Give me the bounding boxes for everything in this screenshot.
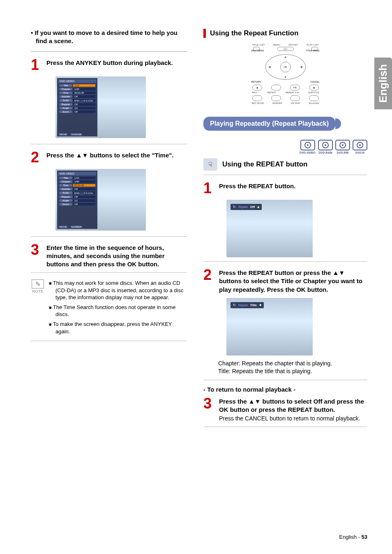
remote-label: DISC MENU [251,49,264,52]
step-3: 3 Enter the time in the sequence of hour… [31,242,187,269]
section-header: Using the Repeat Function [203,29,367,38]
osd-angle-label: Angle [59,107,72,109]
disc-label: DVD-VIDEO [300,151,316,154]
remote-label: SUBTITLE [308,91,319,94]
repeat-screenshot-off: ↻ Repeat Off ◆ [226,200,313,257]
language-tab: English [374,58,392,109]
note-block: ✎ NOTE This may not work for some discs.… [31,279,187,337]
disc-icon [335,140,350,150]
osd-audio-value: ENG ▢ D 5.1CH [73,192,95,194]
osd-time-value: 00:01:45 [73,92,95,94]
osd-audio-value: ENG ▢ D 5.1CH [73,99,95,102]
remote-button [271,85,281,90]
osd-screenshot-1: DVD-VIDEO Title1/10 Chapter1/40 Time00:0… [55,76,146,138]
remote-diagram: TITLE LIST MENU ANYKEY PLAY LIST ▯▯▯ DIS… [251,44,321,109]
osd-angle-value: 1/1 [73,107,95,109]
osd-zoom-value: Off [73,203,95,205]
disc-icon [353,140,367,150]
repeat-bar-label: Repeat [238,205,248,208]
step-number: 2 [31,150,42,165]
osd-subtitle-label: Subtitle [59,188,72,190]
remote-button [309,95,319,101]
disc-label: DVD-RAM [318,151,332,154]
repeat-bar-arrows: ◆ [257,205,259,209]
subsection-title: Playing Repeatedly (Repeat Playback) [203,117,335,131]
divider [31,51,187,52]
page-footer: English - 53 [339,534,367,540]
osd-time-value: 00:01:45 [73,184,95,187]
osd-subtitle-value: Off [73,188,95,190]
osd-chapter-value: 1/40 [73,88,95,90]
divider [31,144,187,144]
osd-title-label: Title [59,84,72,87]
remote-ok-button: OK [280,62,291,72]
remote-label: CANCEL [310,81,319,83]
divider [31,341,187,341]
divider [203,261,367,262]
step-2-desc-title: Title: Repeats the title that is playing… [218,367,367,376]
remote-label: INFO. [252,91,258,94]
divider [203,380,367,380]
osd-repeat-value: Off [73,103,95,106]
svg-point-5 [325,144,326,146]
note-label: NOTE [31,289,45,293]
subheading: ☟ Using the REPEAT button [203,158,367,171]
up-arrow-icon: ▲ [284,55,287,58]
osd-repeat-label: Repeat [59,196,72,198]
repeat-bar-arrows: ◆ [259,303,261,307]
osd-zoom-label: Zoom [59,111,72,113]
remote-button: ◉ [252,85,262,90]
repeat-bar-value: Off [250,205,255,209]
step-number: 1 [203,181,215,196]
step-2: 2 Press the ▲▼ buttons to select the "Ti… [31,150,187,165]
disc-icon [318,140,333,150]
step-number: 1 [31,58,42,72]
step-2-desc-chapter: Chapter: Repeats the chapter that is pla… [218,360,367,368]
repeat-bar-label: Repeat [238,304,248,307]
intro-text: • If you want to move to a desired time … [31,29,187,46]
remote-label: REC MODE [252,102,264,104]
step-1: 1 Press the ANYKEY button during playbac… [31,58,187,72]
remote-button [290,95,300,101]
osd-header: DVD-VIDEO [58,79,96,83]
osd-time-label: Time [59,184,72,187]
subhead-text: Using the REPEAT button [222,160,307,169]
osd-header: DVD-VIDEO [58,172,96,175]
r-step-2: 2 Press the REPEAT button or press the ▲… [203,268,367,294]
svg-point-8 [342,144,344,146]
r-step-2-title: Press the REPEAT button or press the ▲▼ … [219,269,367,294]
note-item: This may not work for some discs. When a… [49,279,187,301]
r-step-3: 3 Press the ▲▼ buttons to select Off and… [203,396,367,422]
osd-repeat-value: Off [73,196,95,198]
osd-angle-label: Angle [59,199,72,202]
disc-label: DVD-RW [337,151,349,154]
remote-button [252,95,262,101]
section-title: Using the Repeat Function [210,29,298,37]
disc-label: DVD-R [355,151,364,154]
remote-button: ▯▯▯ [277,47,294,51]
repeat-screenshot-title: ↻ Repeat Title ◆ [226,298,313,355]
osd-angle-value: 1/1 [73,199,95,202]
step-number: 3 [203,396,215,422]
remote-label: MARKER [272,102,282,104]
osd-footer-move: MOVE [58,226,68,228]
note-item: The Time Search function does not operat… [49,304,187,318]
r-step-1: 1 Press the REPEAT button. [203,181,367,196]
r-step-1-title: Press the REPEAT button. [219,182,367,190]
remote-label: ShowView [309,102,319,104]
hand-icon: ☟ [203,158,217,171]
remote-label: ANYKEY [288,44,298,46]
divider [31,236,187,237]
disc-icon [300,140,315,150]
osd-zoom-value: Off [73,111,95,113]
osd-footer-move: MOVE [58,133,68,136]
step-number: 2 [203,268,215,294]
osd-chapter-value: 1/40 [73,180,95,183]
osd-repeat-label: Repeat [59,103,72,106]
section-bar-icon [203,29,206,38]
left-arrow-icon: ◀ [268,65,270,69]
osd-zoom-label: Zoom [59,203,72,205]
step-3-title: Enter the time in the sequence of hours,… [46,244,187,269]
down-arrow-icon: ▼ [284,76,287,78]
repeat-loop-icon: ↻ [233,303,236,307]
